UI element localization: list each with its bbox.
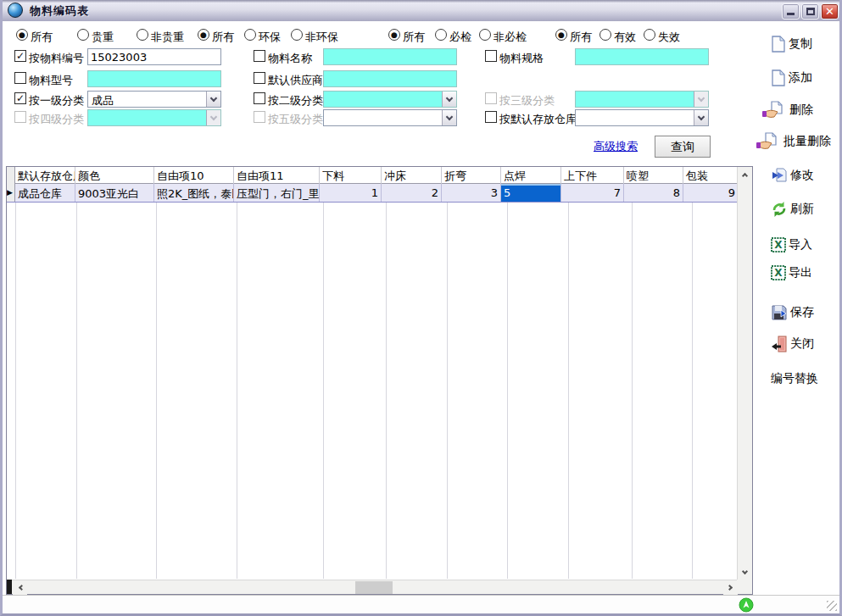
checkbox-category-5 bbox=[254, 111, 265, 123]
delete-button[interactable]: 删除 bbox=[761, 101, 813, 119]
resize-grip[interactable] bbox=[827, 601, 837, 611]
advanced-search-link[interactable]: 高级搜索 bbox=[594, 139, 638, 154]
column-header[interactable]: 上下件 bbox=[561, 167, 624, 184]
grid-column-separator bbox=[156, 203, 157, 579]
cell-pensu[interactable]: 8 bbox=[624, 184, 683, 202]
chevron-down-icon[interactable] bbox=[442, 92, 456, 107]
save-button[interactable]: 保存 bbox=[771, 304, 814, 321]
checkbox-material-name[interactable] bbox=[254, 50, 265, 62]
column-header[interactable]: 默认存放仓库 bbox=[15, 167, 75, 184]
field-label: 按物料编号 bbox=[29, 51, 84, 66]
category-5-combo[interactable] bbox=[323, 109, 457, 126]
default-supplier-input[interactable] bbox=[323, 70, 457, 87]
modify-button[interactable]: 修改 bbox=[771, 167, 814, 184]
material-spec-input[interactable] bbox=[575, 48, 709, 65]
scroll-up-button[interactable] bbox=[738, 167, 752, 181]
cell-warehouse[interactable]: 成品仓库 bbox=[15, 184, 75, 202]
radio-not-eco[interactable] bbox=[291, 29, 303, 41]
door-exit-icon bbox=[771, 336, 788, 352]
document-icon bbox=[771, 69, 786, 86]
cell-xialiao[interactable]: 1 bbox=[320, 184, 382, 202]
radio-precious[interactable] bbox=[77, 29, 89, 41]
radio-invalid[interactable] bbox=[644, 29, 655, 41]
chevron-down-icon[interactable] bbox=[442, 110, 456, 125]
radio-label: 有效 bbox=[614, 30, 636, 45]
cell-baozhuang[interactable]: 9 bbox=[683, 184, 739, 202]
cell-shangxiajian[interactable]: 7 bbox=[561, 184, 624, 202]
cell-free11[interactable]: 压型门，右门_里面 bbox=[234, 184, 320, 202]
scroll-left-button[interactable] bbox=[13, 580, 27, 595]
renumber-button[interactable]: 编号替换 bbox=[771, 371, 818, 386]
radio-eco[interactable] bbox=[244, 29, 256, 41]
radio-not-precious[interactable] bbox=[137, 29, 148, 41]
column-header[interactable]: 冲床 bbox=[382, 167, 442, 184]
chevron-down-icon[interactable] bbox=[694, 110, 708, 125]
grid-column-separator bbox=[692, 203, 693, 579]
title-bar[interactable]: 物料编码表 bbox=[3, 0, 839, 21]
material-code-input[interactable] bbox=[87, 48, 221, 65]
table-row[interactable]: ▶ 成品仓库 9003亚光白 照2K_图纸，泰国 压型门，右门_里面 1 2 3… bbox=[7, 184, 739, 203]
cell-color[interactable]: 9003亚光白 bbox=[75, 184, 154, 202]
cell-free10[interactable]: 照2K_图纸，泰国 bbox=[154, 184, 234, 202]
checkbox-default-warehouse[interactable] bbox=[485, 111, 497, 123]
add-button[interactable]: 添加 bbox=[771, 69, 812, 86]
radio-inspect[interactable] bbox=[435, 29, 447, 41]
checkbox-category-1[interactable]: ✓ bbox=[14, 92, 26, 104]
cell-chongchuang[interactable]: 2 bbox=[382, 184, 442, 202]
scroll-down-button[interactable] bbox=[738, 565, 752, 580]
cell-dianhan-selected[interactable]: 5 bbox=[501, 184, 561, 202]
field-label: 默认供应商 bbox=[268, 73, 323, 88]
column-header[interactable]: 点焊 bbox=[501, 167, 561, 184]
export-button[interactable]: X 导出 bbox=[771, 265, 812, 280]
document-icon bbox=[771, 36, 786, 53]
column-header[interactable]: 自由项11 bbox=[234, 167, 320, 184]
grid-column-separator bbox=[447, 203, 448, 579]
radio-inspect-all[interactable]: ● bbox=[388, 29, 400, 41]
batch-delete-button[interactable]: 批量删除 bbox=[756, 132, 831, 151]
column-header[interactable]: 折弯 bbox=[442, 167, 501, 184]
minimize-button[interactable] bbox=[782, 3, 800, 19]
column-header[interactable]: 下料 bbox=[320, 167, 382, 184]
scrollbar-thumb[interactable] bbox=[355, 581, 393, 594]
refresh-button[interactable]: 刷新 bbox=[771, 201, 814, 218]
material-name-input[interactable] bbox=[323, 48, 457, 65]
checkbox-default-supplier[interactable] bbox=[254, 72, 265, 84]
material-model-input[interactable] bbox=[87, 70, 221, 87]
vertical-scrollbar[interactable] bbox=[737, 167, 752, 580]
close-form-button[interactable]: 关闭 bbox=[771, 336, 814, 352]
field-label: 按四级分类 bbox=[29, 112, 84, 127]
query-button[interactable]: 查询 bbox=[655, 136, 711, 158]
radio-label: 所有 bbox=[212, 30, 234, 45]
radio-valid-all[interactable]: ● bbox=[555, 29, 567, 41]
import-button[interactable]: X 导入 bbox=[771, 237, 812, 253]
checkbox-category-2[interactable] bbox=[254, 92, 265, 104]
radio-eco-all[interactable]: ● bbox=[198, 29, 209, 41]
close-button[interactable]: ✕ bbox=[821, 3, 839, 19]
copy-button[interactable]: 复制 bbox=[771, 36, 812, 53]
column-header[interactable]: 包装 bbox=[683, 167, 739, 184]
chevron-down-icon[interactable] bbox=[206, 92, 220, 107]
checkbox-material-model[interactable] bbox=[14, 72, 26, 84]
horizontal-scrollbar[interactable] bbox=[7, 580, 738, 594]
field-label: 按三级分类 bbox=[499, 93, 555, 108]
default-warehouse-combo[interactable] bbox=[575, 109, 709, 126]
radio-precious-all[interactable]: ● bbox=[16, 29, 28, 41]
checkbox-material-code[interactable]: ✓ bbox=[14, 50, 26, 62]
checkbox-material-spec[interactable] bbox=[485, 50, 497, 62]
category-2-combo[interactable] bbox=[323, 91, 457, 108]
field-label: 物料名称 bbox=[268, 51, 312, 66]
column-header[interactable]: 自由项10 bbox=[154, 167, 234, 184]
radio-not-inspect[interactable] bbox=[479, 29, 491, 41]
column-header[interactable]: 颜色 bbox=[75, 167, 154, 184]
row-header-cell: ▶ bbox=[7, 184, 15, 202]
cell-zhewan[interactable]: 3 bbox=[442, 184, 501, 202]
radio-valid[interactable] bbox=[599, 29, 611, 41]
column-header[interactable]: 喷塑 bbox=[624, 167, 683, 184]
scroll-splitter[interactable] bbox=[7, 580, 12, 594]
app-icon bbox=[8, 3, 23, 18]
checkbox-category-4 bbox=[14, 111, 26, 123]
maximize-button[interactable] bbox=[801, 3, 819, 19]
scroll-right-button[interactable] bbox=[723, 580, 738, 595]
category-1-combo[interactable]: 成品 bbox=[87, 91, 221, 108]
grid-column-separator bbox=[237, 203, 237, 579]
